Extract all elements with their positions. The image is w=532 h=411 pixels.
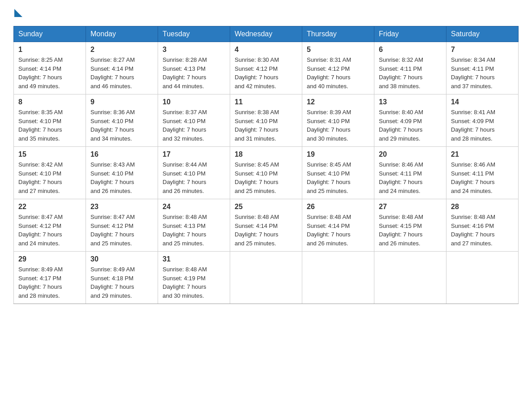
day-info: Sunrise: 8:46 AMSunset: 4:11 PMDaylight:… [379,161,423,194]
day-number: 4 [235,46,297,54]
calendar-day-cell: 16 Sunrise: 8:43 AMSunset: 4:10 PMDaylig… [86,147,158,199]
calendar-day-header: Tuesday [158,26,230,42]
calendar-day-cell: 26 Sunrise: 8:48 AMSunset: 4:14 PMDaylig… [302,199,374,252]
day-info: Sunrise: 8:49 AMSunset: 4:18 PMDaylight:… [90,266,135,299]
day-info: Sunrise: 8:34 AMSunset: 4:11 PMDaylight:… [451,56,495,90]
calendar-day-header: Sunday [14,26,86,42]
calendar-day-header: Monday [86,26,158,42]
day-number: 28 [451,203,514,211]
day-number: 13 [379,98,442,106]
calendar-day-cell: 23 Sunrise: 8:47 AMSunset: 4:12 PMDaylig… [86,199,158,252]
day-number: 3 [163,46,225,54]
day-info: Sunrise: 8:32 AMSunset: 4:11 PMDaylight:… [379,56,423,90]
logo-arrow-icon [14,9,22,17]
day-number: 29 [18,255,81,263]
calendar-day-cell: 22 Sunrise: 8:47 AMSunset: 4:12 PMDaylig… [14,199,86,252]
day-number: 26 [307,203,369,211]
calendar-day-cell: 28 Sunrise: 8:48 AMSunset: 4:16 PMDaylig… [446,199,519,252]
calendar-day-header: Wednesday [230,26,302,42]
day-number: 11 [235,98,297,106]
day-info: Sunrise: 8:48 AMSunset: 4:13 PMDaylight:… [163,214,207,247]
calendar-day-header: Thursday [302,26,374,42]
day-info: Sunrise: 8:38 AMSunset: 4:10 PMDaylight:… [235,109,279,142]
calendar-week-row: 29 Sunrise: 8:49 AMSunset: 4:17 PMDaylig… [14,252,519,304]
day-number: 15 [18,150,81,158]
calendar-day-cell: 12 Sunrise: 8:39 AMSunset: 4:10 PMDaylig… [302,94,374,147]
day-number: 2 [90,46,153,54]
calendar-day-cell [302,252,374,304]
day-number: 25 [235,203,297,211]
day-info: Sunrise: 8:48 AMSunset: 4:19 PMDaylight:… [163,266,207,299]
day-info: Sunrise: 8:49 AMSunset: 4:17 PMDaylight:… [18,266,63,299]
calendar-day-cell: 14 Sunrise: 8:41 AMSunset: 4:09 PMDaylig… [446,94,519,147]
day-info: Sunrise: 8:37 AMSunset: 4:10 PMDaylight:… [163,109,207,142]
calendar-header-row: SundayMondayTuesdayWednesdayThursdayFrid… [14,26,519,42]
logo [13,9,22,17]
calendar-week-row: 1 Sunrise: 8:25 AMSunset: 4:14 PMDayligh… [14,42,519,94]
day-info: Sunrise: 8:27 AMSunset: 4:14 PMDaylight:… [90,56,135,90]
day-info: Sunrise: 8:30 AMSunset: 4:12 PMDaylight:… [235,56,279,90]
day-number: 5 [307,46,369,54]
calendar-day-cell [374,252,446,304]
day-number: 17 [163,150,225,158]
calendar-day-cell: 27 Sunrise: 8:48 AMSunset: 4:15 PMDaylig… [374,199,446,252]
day-number: 21 [451,150,514,158]
calendar-day-cell: 7 Sunrise: 8:34 AMSunset: 4:11 PMDayligh… [446,42,519,94]
calendar-week-row: 22 Sunrise: 8:47 AMSunset: 4:12 PMDaylig… [14,199,519,252]
calendar-day-cell: 10 Sunrise: 8:37 AMSunset: 4:10 PMDaylig… [158,94,230,147]
calendar-day-cell: 17 Sunrise: 8:44 AMSunset: 4:10 PMDaylig… [158,147,230,199]
calendar-day-cell: 24 Sunrise: 8:48 AMSunset: 4:13 PMDaylig… [158,199,230,252]
calendar-day-cell: 21 Sunrise: 8:46 AMSunset: 4:11 PMDaylig… [446,147,519,199]
day-number: 24 [163,203,225,211]
day-info: Sunrise: 8:45 AMSunset: 4:10 PMDaylight:… [235,161,279,194]
day-info: Sunrise: 8:35 AMSunset: 4:10 PMDaylight:… [18,109,63,142]
day-number: 7 [451,46,514,54]
day-info: Sunrise: 8:43 AMSunset: 4:10 PMDaylight:… [90,161,135,194]
day-info: Sunrise: 8:39 AMSunset: 4:10 PMDaylight:… [307,109,351,142]
calendar-day-cell: 31 Sunrise: 8:48 AMSunset: 4:19 PMDaylig… [158,252,230,304]
calendar-day-cell: 25 Sunrise: 8:48 AMSunset: 4:14 PMDaylig… [230,199,302,252]
day-number: 30 [90,255,153,263]
day-info: Sunrise: 8:47 AMSunset: 4:12 PMDaylight:… [90,214,135,247]
calendar-day-cell: 13 Sunrise: 8:40 AMSunset: 4:09 PMDaylig… [374,94,446,147]
day-info: Sunrise: 8:44 AMSunset: 4:10 PMDaylight:… [163,161,207,194]
calendar-day-cell: 6 Sunrise: 8:32 AMSunset: 4:11 PMDayligh… [374,42,446,94]
day-number: 14 [451,98,514,106]
calendar-week-row: 15 Sunrise: 8:42 AMSunset: 4:10 PMDaylig… [14,147,519,199]
calendar-day-cell [446,252,519,304]
day-info: Sunrise: 8:41 AMSunset: 4:09 PMDaylight:… [451,109,495,142]
calendar-day-cell: 20 Sunrise: 8:46 AMSunset: 4:11 PMDaylig… [374,147,446,199]
calendar-day-cell: 2 Sunrise: 8:27 AMSunset: 4:14 PMDayligh… [86,42,158,94]
calendar-day-header: Saturday [446,26,519,42]
calendar-day-cell: 5 Sunrise: 8:31 AMSunset: 4:12 PMDayligh… [302,42,374,94]
day-number: 12 [307,98,369,106]
calendar-day-cell: 11 Sunrise: 8:38 AMSunset: 4:10 PMDaylig… [230,94,302,147]
calendar-day-cell: 30 Sunrise: 8:49 AMSunset: 4:18 PMDaylig… [86,252,158,304]
day-info: Sunrise: 8:48 AMSunset: 4:15 PMDaylight:… [379,214,423,247]
calendar-day-cell: 18 Sunrise: 8:45 AMSunset: 4:10 PMDaylig… [230,147,302,199]
day-number: 31 [163,255,225,263]
day-info: Sunrise: 8:28 AMSunset: 4:13 PMDaylight:… [163,56,207,90]
calendar-day-cell [230,252,302,304]
calendar-table: SundayMondayTuesdayWednesdayThursdayFrid… [13,26,519,304]
day-info: Sunrise: 8:48 AMSunset: 4:16 PMDaylight:… [451,214,495,247]
calendar-day-cell: 4 Sunrise: 8:30 AMSunset: 4:12 PMDayligh… [230,42,302,94]
day-info: Sunrise: 8:48 AMSunset: 4:14 PMDaylight:… [307,214,351,247]
day-number: 16 [90,150,153,158]
day-info: Sunrise: 8:48 AMSunset: 4:14 PMDaylight:… [235,214,279,247]
day-info: Sunrise: 8:45 AMSunset: 4:10 PMDaylight:… [307,161,351,194]
day-number: 9 [90,98,153,106]
page-header [13,9,519,17]
day-info: Sunrise: 8:47 AMSunset: 4:12 PMDaylight:… [18,214,63,247]
day-info: Sunrise: 8:36 AMSunset: 4:10 PMDaylight:… [90,109,135,142]
day-number: 8 [18,98,81,106]
day-number: 10 [163,98,225,106]
calendar-day-header: Friday [374,26,446,42]
calendar-day-cell: 19 Sunrise: 8:45 AMSunset: 4:10 PMDaylig… [302,147,374,199]
day-number: 27 [379,203,442,211]
day-number: 19 [307,150,369,158]
day-info: Sunrise: 8:42 AMSunset: 4:10 PMDaylight:… [18,161,63,194]
day-number: 18 [235,150,297,158]
calendar-day-cell: 29 Sunrise: 8:49 AMSunset: 4:17 PMDaylig… [14,252,86,304]
day-number: 23 [90,203,153,211]
